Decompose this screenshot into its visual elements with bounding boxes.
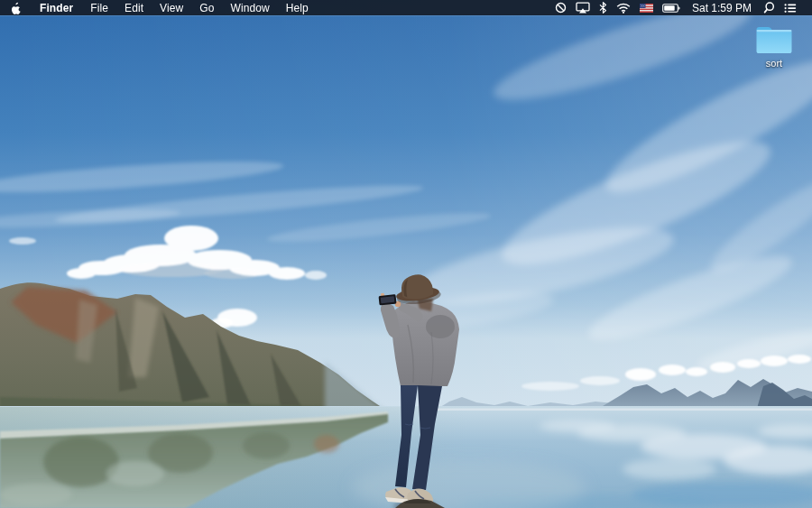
wifi-glyph: [616, 3, 631, 14]
menu-window[interactable]: Window: [223, 0, 278, 15]
apple-logo-icon: [11, 2, 22, 14]
circle-slash-icon[interactable]: [550, 0, 571, 15]
wallpaper-photo: [0, 0, 812, 508]
menu-edit[interactable]: Edit: [116, 0, 152, 15]
spotlight-glyph: [763, 2, 775, 14]
notification-center-glyph: [784, 3, 797, 14]
menu-view[interactable]: View: [152, 0, 191, 15]
wifi-icon[interactable]: [612, 0, 635, 15]
menu-help[interactable]: Help: [278, 0, 317, 15]
spotlight-search-icon[interactable]: [759, 0, 780, 15]
desktop-folder-sort[interactable]: sort: [750, 23, 798, 69]
menu-bar-left: Finder File Edit View Go Window Help: [0, 0, 317, 15]
menu-file[interactable]: File: [82, 0, 116, 15]
us-flag-glyph: [640, 4, 653, 13]
desktop-background[interactable]: [0, 0, 812, 508]
notification-center-icon[interactable]: [780, 0, 801, 15]
menu-bar-status: Sat 1:59 PM: [550, 0, 812, 15]
menu-bar-clock[interactable]: Sat 1:59 PM: [685, 0, 759, 15]
airplay-display-icon[interactable]: [571, 0, 595, 15]
menu-finder[interactable]: Finder: [31, 0, 82, 15]
battery-icon[interactable]: [658, 0, 685, 15]
apple-menu[interactable]: [0, 0, 31, 15]
folder-icon: [754, 23, 794, 55]
menu-go[interactable]: Go: [191, 0, 222, 15]
battery-glyph: [662, 4, 680, 13]
bluetooth-icon[interactable]: [595, 0, 612, 15]
us-flag-icon[interactable]: [635, 0, 658, 15]
airplay-display-glyph: [576, 2, 590, 14]
folder-label: sort: [766, 58, 782, 69]
menu-bar: Finder File Edit View Go Window Help: [0, 0, 812, 15]
circle-slash-glyph: [555, 2, 567, 14]
bluetooth-glyph: [599, 2, 607, 14]
